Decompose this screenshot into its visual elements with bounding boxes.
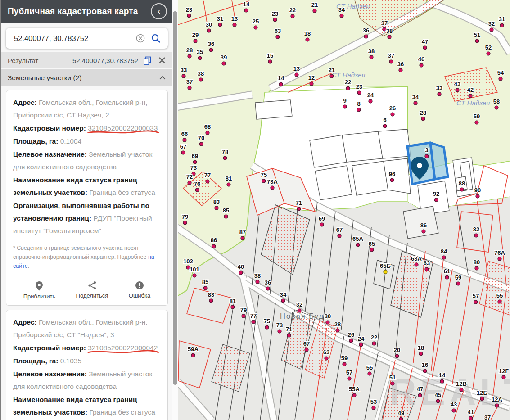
- parcel-number: 28: [334, 321, 341, 328]
- parcel-point-dot: [191, 353, 195, 357]
- parcel-point-dot: [498, 300, 501, 303]
- parcel-marker[interactable]: 8: [357, 100, 361, 112]
- parcel-point-dot: [438, 92, 441, 96]
- parcel-number: 40: [238, 263, 244, 270]
- parcel-number: 15: [267, 52, 273, 59]
- red-underline: [87, 130, 159, 134]
- parcel-number: 59: [455, 274, 461, 281]
- parcel-number: 42: [467, 86, 474, 93]
- parcel-point-dot: [187, 14, 191, 18]
- parcel-point-dot: [271, 186, 274, 190]
- parcel-number: 34: [338, 6, 345, 13]
- map-canvas[interactable]: REALT СТ НадзеяСТ НадзеяСТ НадзеяНовая Б…: [178, 0, 510, 420]
- parcel-number: 59: [341, 355, 348, 361]
- parcel-point-dot: [349, 339, 353, 343]
- parcel-number: 65Б: [380, 262, 391, 269]
- parcel-number: 67: [336, 226, 343, 233]
- circle-x-icon: [135, 33, 145, 43]
- parcel-number: 70: [198, 135, 204, 141]
- parcel-point-dot: [469, 94, 472, 98]
- parcel-marker[interactable]: 9: [343, 97, 347, 108]
- garden-association-label: СТ Надзея: [456, 99, 490, 107]
- collapse-panel-button[interactable]: ‹: [151, 3, 167, 19]
- field-value: 0.1004: [60, 137, 81, 145]
- parcel-field: Целевое назначение: Земельный участок дл…: [13, 148, 161, 173]
- parcel-point-dot: [368, 372, 371, 375]
- parcel-point-dot: [252, 320, 255, 324]
- parcel-marker[interactable]: 6: [383, 117, 387, 128]
- parcel-field: Организация, выполнявшая работы по устан…: [13, 199, 161, 237]
- parcel-point-dot: [336, 329, 339, 332]
- close-result-button[interactable]: [156, 53, 168, 68]
- parcel-number: 85: [202, 279, 208, 285]
- copy-coordinates-button[interactable]: [141, 53, 153, 68]
- parcel-point-dot: [291, 14, 294, 18]
- parcel-number: 73: [190, 164, 197, 171]
- parcel-point-dot: [281, 299, 285, 303]
- parcel-number: 47: [422, 38, 428, 45]
- parcel-point-dot: [209, 299, 213, 303]
- parcel-number: 18: [304, 30, 311, 37]
- field-label: Кадастровый номер:: [13, 344, 86, 352]
- parcel-point-dot: [343, 362, 346, 366]
- parcel-number: 22: [345, 79, 351, 86]
- parcel-number: 6: [383, 117, 386, 123]
- parcel-number: 38: [368, 48, 375, 54]
- parcel-number: 35: [197, 49, 203, 55]
- scrollbar-thumb[interactable]: [173, 11, 177, 385]
- parcel-number: 71: [296, 199, 302, 206]
- parcel-point-dot: [490, 28, 493, 32]
- search-input[interactable]: [13, 34, 133, 43]
- parcel-number: 63А: [411, 255, 422, 262]
- parcel-number: 22: [371, 334, 377, 341]
- parcel-point-dot: [445, 275, 449, 279]
- parcel-number: 59А: [188, 346, 199, 352]
- parcel-number: 80: [474, 259, 480, 266]
- parcel-number: 37: [186, 78, 193, 85]
- parcel-marker[interactable]: 3: [425, 147, 429, 158]
- parcel-number: 73А: [267, 178, 278, 185]
- parcel-point-dot: [480, 397, 484, 401]
- parcel-number: 65А: [352, 235, 363, 242]
- field-label: Площадь, га:: [13, 357, 58, 365]
- parcel-point-dot: [279, 82, 283, 86]
- parcel-number: 87: [239, 229, 246, 235]
- parcel-point-dot: [388, 35, 391, 39]
- sidebar-scrollbar: [172, 0, 178, 420]
- parcel-field: Наименование вида статуса границ земельн…: [13, 393, 161, 419]
- parcel-number: 32: [488, 20, 495, 27]
- parcel-number: 46: [418, 56, 424, 63]
- search-button[interactable]: [148, 31, 163, 46]
- report-error-button[interactable]: Ошибка: [129, 281, 150, 300]
- parcel-number: 73: [276, 322, 283, 329]
- parcel-number: 63: [323, 349, 329, 356]
- section-land-parcels[interactable]: Земельные участки (2): [1, 69, 172, 86]
- parcel-marker[interactable]: 37: [484, 414, 491, 420]
- parcel-point-dot: [326, 321, 329, 324]
- parcel-point-dot: [474, 300, 478, 304]
- parcel-number: 26: [348, 331, 354, 338]
- field-label: Площадь, га:: [13, 137, 58, 145]
- zoom-to-parcel-button[interactable]: Приблизить: [23, 281, 56, 300]
- parcel-number: 81: [226, 175, 232, 182]
- parcel-number: 76А: [494, 249, 505, 256]
- parcel-point-dot: [476, 194, 479, 198]
- parcel-point-dot: [224, 215, 228, 218]
- parcel-number: 85: [223, 207, 229, 214]
- parcel-number: 43: [451, 401, 457, 408]
- parcel-point-dot: [383, 124, 387, 128]
- parcel-number: 12: [308, 74, 315, 81]
- share-button[interactable]: Поделиться: [76, 281, 108, 300]
- search-icon: [151, 33, 161, 43]
- parcel-number: 72: [186, 173, 193, 180]
- parcel-point-dot: [276, 35, 280, 39]
- clear-search-button[interactable]: [133, 31, 148, 46]
- parcel-point-dot: [287, 334, 291, 337]
- parcel-point-dot: [242, 314, 245, 318]
- parcel-point-dot: [256, 280, 259, 284]
- parcel-point-dot: [395, 354, 399, 358]
- parcel-point-dot: [346, 86, 350, 90]
- result-bar: Результат 52.400077,30.783752: [1, 52, 172, 68]
- cadastral-number: 321085200022000042: [88, 344, 158, 352]
- parcel-point-dot: [391, 113, 394, 116]
